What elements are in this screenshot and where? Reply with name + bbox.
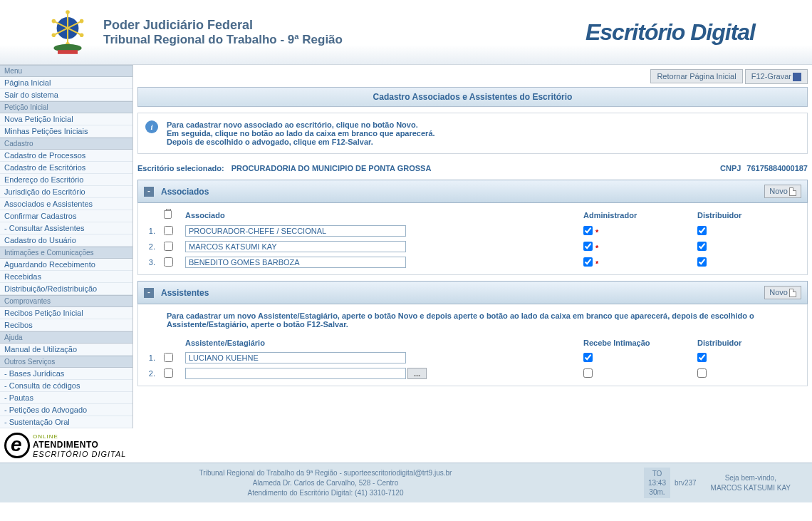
required-star-icon: *: [595, 228, 598, 237]
escritorio-name: PROCURADORIA DO MUNICIPIO DE PONTA GROSS…: [231, 164, 720, 172]
footer-server: brv237: [675, 479, 697, 487]
page-title: Cadastro Associados e Assistentes do Esc…: [137, 87, 808, 107]
menu-item[interactable]: Página Inicial: [0, 77, 132, 89]
distribuidor-checkbox[interactable]: [697, 353, 707, 362]
row-number: 2.: [138, 366, 160, 381]
footer-info-3: Atendimento do Escritório Digital: (41) …: [7, 488, 644, 498]
cnpj-label: CNPJ: [720, 164, 741, 172]
menu-item[interactable]: Cadastro de Escritórios: [0, 162, 132, 174]
menu-header: Cadastro: [0, 138, 132, 150]
footer-welcome-1: Seja bem-vindo,: [711, 473, 791, 483]
novo-assistente-button[interactable]: Novo: [764, 286, 801, 299]
delete-checkbox[interactable]: [164, 368, 173, 378]
assistente-name-input[interactable]: [185, 368, 406, 379]
novo-associado-button[interactable]: Novo: [764, 185, 801, 198]
info-line-2: Em seguida, clique no botão ao lado da c…: [167, 129, 800, 138]
new-doc-icon: [789, 289, 796, 297]
menu-item[interactable]: - Consultar Assistentes: [0, 222, 132, 234]
menu-item[interactable]: Confirmar Cadastros: [0, 210, 132, 222]
menu-item[interactable]: Manual de Utilização: [0, 344, 132, 356]
distribuidor-checkbox[interactable]: [697, 257, 707, 267]
delete-checkbox[interactable]: [164, 353, 173, 362]
svg-point-3: [80, 33, 84, 37]
app-header: Poder Judiciário Federal Tribunal Region…: [0, 0, 812, 65]
menu-item[interactable]: - Consulta de códigos: [0, 380, 132, 392]
atendimento-badge[interactable]: ONLINE ATENDIMENTO ESCRITÓRIO DIGITAL: [0, 428, 812, 463]
menu-item[interactable]: Recibos Petição Inicial: [0, 307, 132, 319]
menu-item[interactable]: Aguardando Recebimento: [0, 259, 132, 271]
menu-item[interactable]: - Pautas: [0, 392, 132, 404]
atendimento-escritorio-label: ESCRITÓRIO DIGITAL: [33, 450, 126, 458]
trash-icon: [164, 210, 172, 219]
menu-item[interactable]: Cadastro de Processos: [0, 150, 132, 162]
row-number: 1.: [138, 350, 160, 366]
footer: Tribunal Regional do Trabalho da 9ª Regi…: [0, 463, 812, 502]
collapse-associados-button[interactable]: -: [144, 187, 154, 197]
delete-checkbox[interactable]: [164, 226, 173, 235]
info-line-1: Para cadastrar novo associado ao escritó…: [167, 120, 800, 129]
svg-point-5: [52, 33, 56, 37]
f12-gravar-button[interactable]: F12-Gravar: [745, 69, 808, 84]
new-doc-icon: [789, 187, 796, 196]
table-row: 3.*: [138, 254, 807, 270]
associado-name-input[interactable]: [185, 257, 406, 268]
lookup-button[interactable]: ...: [407, 368, 427, 379]
delete-checkbox[interactable]: [164, 242, 173, 251]
escritorio-label: Escritório selecionado:: [137, 164, 224, 172]
table-row: 1.*: [138, 223, 807, 239]
required-star-icon: *: [595, 259, 598, 268]
administrador-checkbox[interactable]: [583, 226, 593, 235]
main-content: Retornar Página Inicial F12-Gravar Cadas…: [133, 65, 812, 428]
administrador-checkbox[interactable]: [583, 242, 593, 251]
menu-item[interactable]: - Petições do Advogado: [0, 404, 132, 416]
menu-item[interactable]: Minhas Petições Iniciais: [0, 125, 132, 138]
menu-header: Menu: [0, 65, 132, 77]
menu-item[interactable]: Cadastro do Usuário: [0, 234, 132, 247]
menu-item[interactable]: Nova Petição Inicial: [0, 113, 132, 125]
menu-item[interactable]: Distribuição/Redistribuição: [0, 283, 132, 295]
distribuidor-checkbox[interactable]: [697, 226, 707, 235]
menu-item[interactable]: - Bases Jurídicas: [0, 368, 132, 380]
menu-header: Outros Serviços: [0, 356, 132, 368]
menu-item[interactable]: Sair do sistema: [0, 89, 132, 101]
escritorio-selecionado-row: Escritório selecionado: PROCURADORIA DO …: [137, 161, 808, 175]
recebe-intimacao-checkbox[interactable]: [583, 353, 593, 362]
required-star-icon: *: [595, 244, 598, 252]
menu-header: Intimações e Comunicações: [0, 247, 132, 259]
menu-item[interactable]: Associados e Assistentes: [0, 198, 132, 210]
header-brand: Escritório Digital: [585, 19, 798, 46]
associado-name-input[interactable]: [185, 225, 406, 237]
atendimento-label: ATENDIMENTO: [33, 440, 126, 450]
retornar-pagina-inicial-button[interactable]: Retornar Página Inicial: [650, 69, 742, 83]
row-number: 3.: [138, 254, 160, 270]
distribuidor-checkbox[interactable]: [697, 368, 707, 378]
header-title-1: Poder Judiciário Federal: [103, 18, 343, 33]
assistentes-table: Assistente/Estagiário Recebe Intimação D…: [138, 336, 807, 381]
footer-timeout-cell: TO 13:43 30m.: [644, 468, 670, 498]
menu-item[interactable]: Jurisdição do Escritório: [0, 186, 132, 198]
administrador-checkbox[interactable]: [583, 257, 593, 267]
menu-item[interactable]: Recibos: [0, 319, 132, 331]
col-administrador: Administrador: [579, 207, 693, 223]
menu-item[interactable]: Recebidas: [0, 271, 132, 283]
associado-name-input[interactable]: [185, 241, 406, 252]
col-distribuidor-assist: Distribuidor: [693, 336, 807, 350]
cnpj-value: 76175884000187: [746, 164, 808, 172]
recebe-intimacao-checkbox[interactable]: [583, 368, 593, 378]
collapse-assistentes-button[interactable]: -: [144, 288, 154, 298]
svg-rect-8: [58, 50, 78, 54]
table-row: 2.*: [138, 239, 807, 254]
info-line-3: Depois de escolhido o advogado, clique e…: [167, 138, 800, 146]
distribuidor-checkbox[interactable]: [697, 242, 707, 251]
table-row: 2....: [138, 366, 807, 381]
table-row: 1.: [138, 350, 807, 366]
svg-point-6: [52, 19, 56, 24]
atendimento-online-label: ONLINE: [33, 433, 126, 440]
col-distribuidor: Distribuidor: [693, 207, 807, 223]
delete-checkbox[interactable]: [164, 257, 173, 267]
col-associado: Associado: [181, 207, 579, 223]
menu-item[interactable]: - Sustentação Oral: [0, 416, 132, 428]
menu-item[interactable]: Endereço do Escritório: [0, 174, 132, 186]
assistente-name-input[interactable]: [185, 352, 406, 363]
assistentes-info: Para cadastrar um novo Assistente/Estagi…: [138, 309, 807, 336]
